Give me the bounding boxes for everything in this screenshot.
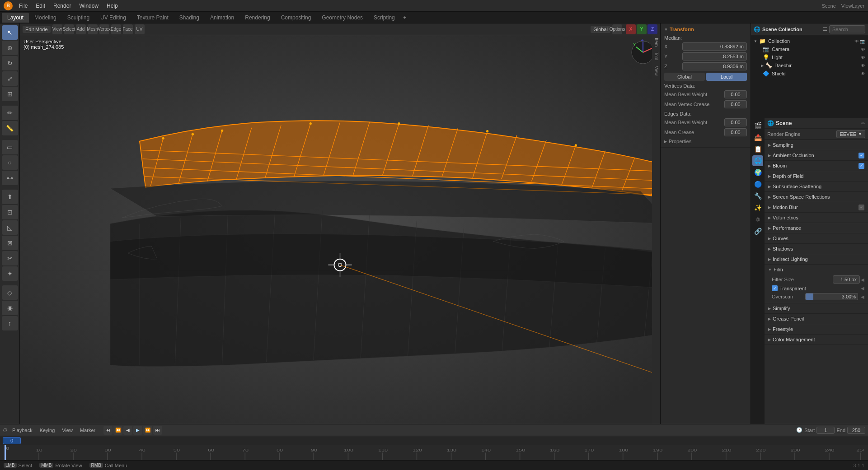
tab-scripting[interactable]: Scripting — [368, 13, 400, 23]
outliner-search-input[interactable] — [829, 25, 865, 33]
playback-menu[interactable]: Playback — [9, 427, 35, 434]
start-frame-input[interactable]: 1 — [816, 427, 835, 434]
list-item[interactable]: 💡 Light 👁 — [758, 53, 868, 61]
prev-keyframe-btn[interactable]: ⏪ — [113, 426, 122, 435]
face-menu[interactable]: Face — [123, 24, 133, 34]
x-axis-btn[interactable]: X — [626, 24, 636, 34]
cm-toggle[interactable]: Color Management — [768, 335, 864, 344]
side-tab-tool[interactable]: Tool — [653, 49, 660, 63]
rotate-tool[interactable]: ↻ — [2, 56, 18, 70]
transparent-checkbox[interactable]: ✓ — [772, 285, 778, 291]
marker-menu[interactable]: Marker — [77, 427, 98, 434]
freestyle-toggle[interactable]: Freestyle — [768, 325, 864, 333]
properties-collapse[interactable]: Properties — [664, 137, 747, 145]
tab-animation[interactable]: Animation — [205, 13, 239, 23]
timeline-track[interactable]: 0 10 20 30 40 50 60 70 80 90 1 — [0, 445, 868, 460]
tab-modeling[interactable]: Modeling — [29, 13, 62, 23]
next-keyframe-btn[interactable]: ⏩ — [143, 426, 152, 435]
menu-render[interactable]: Render — [50, 2, 75, 10]
side-tab-view[interactable]: View — [653, 63, 660, 79]
polypen-tool[interactable]: ✦ — [2, 266, 18, 281]
il-toggle[interactable]: Indirect Lighting — [768, 255, 864, 263]
jump-end-btn[interactable]: ⏭ — [153, 426, 162, 435]
menu-help[interactable]: Help — [103, 2, 122, 10]
edit-mode-selector[interactable]: Edit Mode — [23, 26, 51, 33]
tab-layout[interactable]: Layout — [2, 13, 29, 23]
list-item[interactable]: 📷 Camera 👁 — [758, 45, 868, 53]
tab-rendering[interactable]: Rendering — [239, 13, 275, 23]
mean-crease-val[interactable]: 0.00 — [724, 128, 747, 136]
current-frame-input[interactable]: 0 — [3, 437, 21, 444]
shield-vis-icon[interactable]: 👁 — [861, 71, 865, 76]
gp-toggle[interactable]: Grease Pencil — [768, 315, 864, 323]
play-btn[interactable]: ▶ — [133, 426, 142, 435]
extrude-tool[interactable]: ⬆ — [2, 190, 18, 204]
global-selector[interactable]: Global — [591, 26, 610, 33]
x-value[interactable]: 0.83892 m — [682, 42, 747, 51]
move-tool[interactable]: ⊕ — [2, 41, 18, 55]
perf-toggle[interactable]: Performance — [768, 224, 864, 232]
ao-toggle[interactable]: Ambient Occlusion — [768, 151, 857, 159]
mesh-menu[interactable]: Mesh — [88, 24, 98, 34]
play-reverse-btn[interactable]: ◀ — [123, 426, 132, 435]
list-item[interactable]: ▼ 📁 Collection 👁 📷 — [751, 37, 868, 45]
bevel-tool[interactable]: ◺ — [2, 220, 18, 235]
bloom-toggle[interactable]: Bloom — [768, 162, 857, 170]
cursor-tool[interactable]: ↖ — [2, 25, 18, 40]
transform-tool[interactable]: ⊞ — [2, 87, 18, 101]
ssr-toggle[interactable]: Screen Space Reflections — [768, 193, 864, 201]
sss-toggle[interactable]: Subsurface Scattering — [768, 182, 864, 191]
scene-rename-btn[interactable]: ✏ — [861, 121, 865, 126]
camera-vis-icon[interactable]: 👁 — [861, 47, 865, 52]
overscan-slider[interactable]: 3.00% — [805, 293, 858, 300]
global-btn[interactable]: Global — [664, 73, 705, 81]
scale-tool[interactable]: ⤢ — [2, 71, 18, 86]
filter-size-expand[interactable]: ◀ — [861, 277, 864, 282]
constraints-props-btn[interactable]: 🔗 — [752, 226, 763, 237]
add-workspace-button[interactable]: + — [400, 13, 409, 22]
mb-toggle[interactable]: Motion Blur — [768, 203, 857, 211]
tab-compositing[interactable]: Compositing — [276, 13, 317, 23]
options-btn[interactable]: Options — [612, 24, 622, 34]
transparent-expand[interactable]: ◀ — [861, 286, 864, 291]
curves-toggle[interactable]: Curves — [768, 234, 864, 242]
menu-file[interactable]: File — [15, 2, 31, 10]
physics-props-btn[interactable]: ⚛ — [752, 214, 763, 225]
y-axis-btn[interactable]: Y — [637, 24, 647, 34]
select-box-tool[interactable]: ▭ — [2, 140, 18, 154]
daechir-vis-icon[interactable]: 👁 — [861, 63, 865, 68]
render-props-btn[interactable]: 🎬 — [752, 120, 763, 131]
rip-tool[interactable]: ↕ — [2, 316, 18, 330]
vol-toggle[interactable]: Volumetrics — [768, 214, 864, 222]
mb-checkbox[interactable]: ✓ — [859, 205, 864, 210]
modifier-props-btn[interactable]: 🔧 — [752, 191, 763, 201]
side-tab-item[interactable]: Item — [653, 35, 660, 49]
object-props-btn[interactable]: 🔵 — [752, 179, 763, 190]
knife-tool[interactable]: ✂ — [2, 251, 18, 265]
scene-props-btn[interactable]: 🌐 — [752, 155, 763, 166]
z-axis-btn[interactable]: Z — [647, 24, 657, 34]
filter-size-value[interactable]: 1.50 px — [833, 275, 860, 284]
to-sphere-tool[interactable]: ◉ — [2, 301, 18, 315]
inset-tool[interactable]: ⊡ — [2, 205, 18, 219]
film-toggle[interactable]: Film — [768, 265, 864, 274]
uv-menu[interactable]: UV — [135, 24, 145, 34]
loop-cut-tool[interactable]: ⊠ — [2, 236, 18, 250]
overscan-expand[interactable]: ◀ — [861, 294, 864, 299]
simplify-toggle[interactable]: Simplify — [768, 304, 864, 312]
jump-start-btn[interactable]: ⏮ — [103, 426, 113, 435]
view-menu[interactable]: View — [52, 24, 62, 34]
add-menu[interactable]: Add — [76, 24, 86, 34]
list-item[interactable]: 🔷 Shield 👁 — [758, 70, 868, 78]
render-engine-selector[interactable]: EEVEE ▼ — [836, 130, 865, 138]
tab-uv-editing[interactable]: UV Editing — [95, 13, 131, 23]
sampling-toggle[interactable]: Sampling — [768, 141, 864, 149]
output-props-btn[interactable]: 📤 — [752, 132, 763, 143]
view-layer-props-btn[interactable]: 📋 — [752, 144, 763, 154]
select-lasso-tool[interactable]: ⊷ — [2, 171, 18, 185]
edge-menu[interactable]: Edge — [111, 24, 121, 34]
transform-title[interactable]: Transform — [664, 25, 747, 33]
mean-vertex-crease-val[interactable]: 0.00 — [724, 100, 747, 108]
select-menu[interactable]: Select — [64, 24, 74, 34]
keying-menu[interactable]: Keying — [37, 427, 58, 434]
